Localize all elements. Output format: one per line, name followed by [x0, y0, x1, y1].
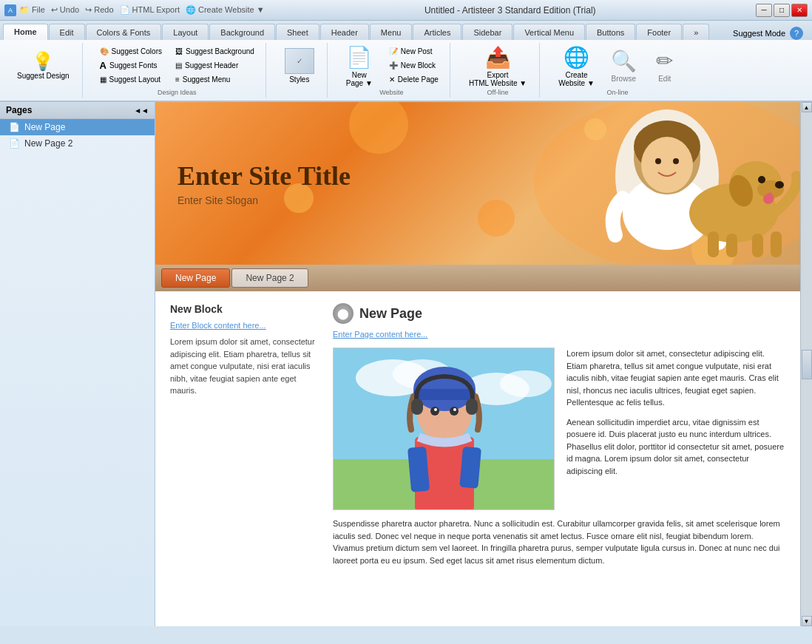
tab-menu[interactable]: Menu: [370, 24, 413, 40]
menu-html-export[interactable]: 📄 HTML Export: [120, 5, 180, 15]
new-block-btn[interactable]: ➕ New Block: [384, 58, 444, 72]
help-btn[interactable]: ?: [790, 27, 803, 40]
menu-create-website-title[interactable]: 🌐 Create Website ▼: [186, 5, 265, 15]
sidebar-collapse-btn[interactable]: ◄◄: [134, 106, 149, 115]
scroll-down-btn[interactable]: ▼: [802, 616, 812, 626]
browse-label: Browse: [612, 75, 636, 83]
tab-home[interactable]: Home: [3, 24, 48, 40]
tab-footer[interactable]: Footer: [636, 24, 682, 40]
browse-btn[interactable]: 🔍 Browse: [604, 44, 643, 87]
website-group-inner: 📄 NewPage ▼ 📝 New Post ➕ New Block ✕ Del…: [339, 44, 444, 87]
menu-file[interactable]: 📁 File: [19, 5, 45, 15]
page-content-area: New Block Enter Block content here... Lo…: [155, 291, 800, 578]
pages-title: Pages: [6, 105, 32, 115]
export-html-btn[interactable]: 📤 ExportHTML Website ▼: [462, 44, 533, 87]
suggest-background-icon: 🖼: [175, 47, 183, 55]
design-ideas-col2: 🖼 Suggest Background ▤ Suggest Header ≡ …: [170, 44, 260, 86]
page1-label: New Page: [24, 122, 65, 132]
title-bar: A 📁 File ↩ Undo ↪ Redo 📄 HTML Export 🌐 C…: [0, 0, 812, 21]
block-content-link[interactable]: Enter Block content here...: [170, 321, 318, 330]
close-btn[interactable]: ✕: [791, 4, 808, 17]
vertical-scrollbar[interactable]: ▲ ▼: [800, 102, 812, 626]
svg-point-31: [430, 407, 439, 416]
new-post-label: New Post: [401, 47, 433, 55]
suggest-menu-btn[interactable]: ≡ Suggest Menu: [170, 72, 260, 86]
edit-btn[interactable]: ✏ Edit: [646, 44, 683, 87]
page2-icon: 📄: [9, 138, 20, 149]
tab-edit[interactable]: Edit: [49, 24, 85, 40]
new-page-label: NewPage ▼: [346, 71, 373, 87]
svg-point-32: [450, 407, 459, 416]
svg-rect-35: [411, 399, 423, 415]
suggest-design-btn[interactable]: 💡 Suggest Design: [10, 44, 76, 87]
suggest-header-btn[interactable]: ▤ Suggest Header: [170, 58, 260, 72]
styles-preview: ✓: [285, 48, 314, 74]
edit-icon: ✏: [656, 49, 673, 73]
site-header: Enter Site Title Enter Site Slogan: [155, 102, 800, 265]
suggest-fonts-label: Suggest Fonts: [109, 61, 157, 70]
suggest-layout-icon: ▦: [100, 75, 106, 84]
restore-btn[interactable]: □: [774, 4, 790, 17]
site-title: Enter Site Title: [177, 160, 351, 191]
pages-sidebar: Pages ◄◄ 📄 New Page 📄 New Page 2: [0, 102, 155, 626]
tab-background[interactable]: Background: [209, 24, 275, 40]
tab-layout[interactable]: Layout: [162, 24, 209, 40]
new-page-btn[interactable]: 📄 NewPage ▼: [339, 44, 379, 87]
tab-header[interactable]: Header: [320, 24, 369, 40]
suggest-layout-btn[interactable]: ▦ Suggest Layout: [95, 72, 167, 86]
svg-rect-16: [752, 234, 763, 257]
content-columns: Lorem ipsum dolor sit amet, consectetur …: [333, 348, 785, 510]
suggest-layout-label: Suggest Layout: [109, 75, 161, 84]
suggest-colors-btn[interactable]: 🎨 Suggest Colors: [95, 44, 167, 58]
tab-colors-fonts[interactable]: Colors & Fonts: [86, 24, 162, 40]
ribbon-group-website: 📄 NewPage ▼ 📝 New Post ➕ New Block ✕ Del…: [334, 43, 450, 98]
svg-rect-30: [413, 389, 476, 400]
suggest-background-btn[interactable]: 🖼 Suggest Background: [170, 44, 260, 58]
delete-page-btn[interactable]: ✕ Delete Page: [384, 72, 444, 86]
export-html-label: ExportHTML Website ▼: [469, 71, 527, 87]
page2-label: New Page 2: [24, 138, 72, 149]
nav-bar: New Page New Page 2: [155, 265, 800, 291]
header-illustration: [445, 102, 800, 265]
svg-point-6: [655, 158, 661, 164]
tab-more[interactable]: »: [683, 24, 709, 40]
scroll-up-btn[interactable]: ▲: [802, 102, 812, 112]
content-area[interactable]: Enter Site Title Enter Site Slogan: [155, 102, 800, 626]
tab-sidebar[interactable]: Sidebar: [462, 24, 512, 40]
menu-redo[interactable]: ↪ Redo: [85, 5, 113, 15]
tab-articles[interactable]: Articles: [413, 24, 461, 40]
sidebar-item-new-page-2[interactable]: 📄 New Page 2: [0, 135, 155, 152]
suggest-mode-btn[interactable]: Suggest Mode: [733, 29, 785, 38]
content-image: [333, 348, 555, 510]
sidebar-item-new-page[interactable]: 📄 New Page: [0, 119, 155, 135]
new-block-icon: ➕: [389, 61, 398, 70]
ribbon-group-design-ideas: 🎨 Suggest Colors A Suggest Fonts ▦ Sugge…: [89, 43, 266, 98]
nav-btn-new-page[interactable]: New Page: [161, 268, 230, 288]
tab-buttons[interactable]: Buttons: [586, 24, 635, 40]
suggest-colors-label: Suggest Colors: [112, 47, 162, 55]
tab-sheet[interactable]: Sheet: [276, 24, 319, 40]
page-heading-title: New Page: [359, 306, 422, 322]
minimize-btn[interactable]: ─: [756, 4, 772, 17]
suggest-fonts-btn[interactable]: A Suggest Fonts: [95, 58, 167, 72]
scroll-track: [802, 112, 812, 350]
new-post-btn[interactable]: 📝 New Post: [384, 44, 444, 58]
website-preview: Enter Site Title Enter Site Slogan: [155, 102, 800, 626]
design-ideas-col1: 🎨 Suggest Colors A Suggest Fonts ▦ Sugge…: [95, 44, 167, 86]
browse-icon: 🔍: [611, 49, 637, 73]
menu-undo[interactable]: ↩ Undo: [51, 5, 79, 15]
styles-btn[interactable]: ✓ Styles: [278, 44, 321, 87]
block-title: New Block: [170, 303, 318, 315]
suggest-menu-icon: ≡: [175, 75, 180, 84]
suggest-header-label: Suggest Header: [185, 61, 238, 70]
svg-point-12: [775, 181, 784, 189]
svg-point-5: [641, 137, 693, 193]
page1-icon: 📄: [9, 122, 20, 132]
page-content-link[interactable]: Enter Page content here...: [333, 330, 785, 339]
scroll-thumb[interactable]: [802, 350, 812, 379]
ribbon: 💡 Suggest Design 🎨 Suggest Colors A Sugg…: [0, 40, 812, 102]
offline-group-label: Off-line: [487, 89, 509, 96]
create-website-btn[interactable]: 🌐 CreateWebsite ▼: [552, 44, 601, 87]
nav-btn-new-page-2[interactable]: New Page 2: [231, 268, 308, 288]
tab-vertical-menu[interactable]: Vertical Menu: [513, 24, 585, 40]
